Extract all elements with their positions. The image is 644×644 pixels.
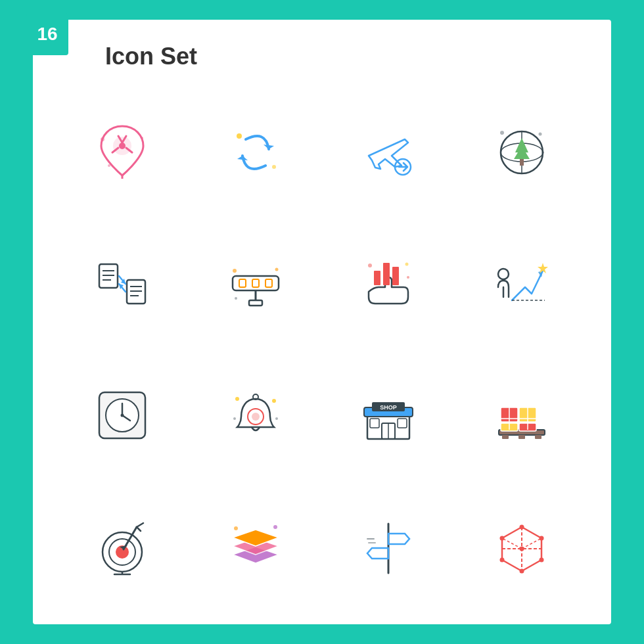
globe-tree-icon: [489, 120, 555, 185]
icon-cell-location-pin: [59, 90, 186, 215]
icon-cell-shop: SHOP: [325, 353, 452, 478]
svg-point-1: [119, 143, 126, 149]
icon-cell-file-transfer: [59, 221, 186, 346]
icon-cell-alarm-bell: [193, 353, 319, 478]
svg-point-19: [541, 151, 544, 154]
file-transfer-icon: [89, 251, 155, 317]
svg-point-38: [235, 297, 237, 300]
icon-cell-chart-hand: [325, 221, 452, 346]
icon-cell-cube: [459, 484, 586, 609]
pallet-boxes-icon: [489, 382, 555, 448]
svg-rect-72: [518, 435, 525, 439]
svg-point-45: [498, 269, 509, 279]
svg-point-94: [273, 525, 277, 529]
svg-marker-7: [237, 156, 248, 160]
svg-point-18: [538, 133, 541, 136]
recycle-arrows-icon: [223, 120, 288, 185]
icon-cell-target: [59, 484, 186, 609]
svg-point-3: [141, 137, 143, 139]
svg-rect-31: [239, 279, 246, 287]
svg-line-101: [522, 538, 541, 549]
svg-point-8: [237, 133, 242, 139]
page-title: Icon Set: [105, 43, 585, 70]
signpost-icon: [356, 514, 421, 580]
svg-point-37: [275, 268, 278, 271]
svg-point-17: [500, 131, 504, 135]
svg-point-36: [233, 269, 237, 273]
airplane-icon: [356, 120, 421, 185]
svg-point-2: [101, 137, 104, 141]
svg-line-102: [502, 538, 522, 549]
svg-point-58: [235, 397, 239, 401]
icon-cell-pallet-boxes: [459, 353, 586, 478]
svg-rect-39: [374, 271, 380, 285]
svg-point-109: [519, 547, 524, 551]
svg-rect-35: [249, 300, 262, 306]
svg-point-42: [368, 264, 372, 267]
icon-cell-signpost: [325, 484, 452, 609]
target-arrow-icon: [89, 514, 155, 580]
svg-point-106: [519, 569, 524, 574]
svg-point-4: [108, 164, 110, 167]
svg-line-86: [137, 523, 143, 527]
badge-number: 16: [37, 24, 57, 45]
icon-cell-usb-hub: [193, 221, 319, 346]
svg-point-44: [407, 276, 409, 279]
shop-icon: SHOP: [356, 382, 421, 448]
svg-point-59: [272, 399, 276, 403]
svg-point-105: [539, 558, 543, 563]
icon-cell-growth-person: [459, 221, 586, 346]
svg-rect-41: [392, 267, 399, 285]
svg-point-93: [234, 526, 238, 530]
growth-person-icon: [489, 251, 555, 317]
svg-point-57: [252, 413, 260, 421]
svg-point-9: [272, 165, 276, 169]
svg-rect-32: [252, 279, 259, 287]
svg-point-54: [121, 414, 124, 417]
svg-rect-16: [520, 159, 524, 166]
svg-rect-68: [370, 419, 379, 428]
clock-icon: [89, 382, 155, 448]
icon-cell-clock: [59, 353, 186, 478]
svg-rect-71: [502, 435, 509, 439]
svg-point-108: [499, 536, 504, 541]
svg-rect-40: [383, 263, 390, 285]
svg-rect-73: [535, 435, 541, 439]
svg-line-87: [137, 527, 141, 531]
svg-point-104: [539, 536, 543, 541]
layers-icon: [223, 514, 288, 580]
chart-hand-icon: [356, 251, 421, 317]
usb-hub-icon: [223, 251, 288, 317]
svg-point-43: [405, 263, 409, 266]
alarm-bell-icon: [223, 382, 288, 448]
svg-point-60: [233, 417, 236, 420]
icon-cell-recycle: [193, 90, 319, 215]
main-card: 16 Icon Set: [33, 20, 611, 624]
svg-marker-6: [264, 145, 274, 149]
icon-cell-layers: [193, 484, 319, 609]
svg-rect-69: [398, 419, 407, 428]
icon-cell-airplane: [325, 90, 452, 215]
svg-point-61: [275, 417, 278, 420]
svg-rect-33: [265, 279, 272, 287]
svg-text:SHOP: SHOP: [380, 404, 397, 411]
icon-cell-globe-tree: [459, 90, 586, 215]
svg-point-103: [519, 525, 524, 530]
icon-grid: SHOP: [59, 90, 585, 609]
location-pin-icon: [89, 120, 155, 185]
cube-icon: [489, 514, 555, 580]
badge: 16: [26, 13, 68, 55]
svg-point-107: [499, 558, 504, 563]
